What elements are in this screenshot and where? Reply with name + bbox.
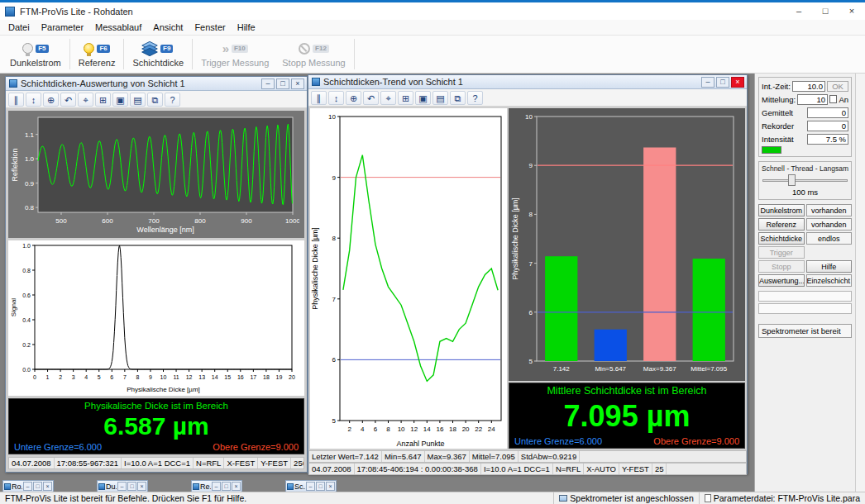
restore-button[interactable]: – xyxy=(23,482,32,491)
window-icon xyxy=(312,78,320,86)
slider-thumb[interactable] xyxy=(788,174,796,186)
status-date: 04.07.2008 xyxy=(9,458,55,468)
zoom-icon[interactable]: ⊕ xyxy=(43,93,59,107)
undo-icon[interactable]: ↶ xyxy=(60,93,76,107)
child-titlebar[interactable]: Schichtdicken-Auswertung von Schicht 1 –… xyxy=(6,77,307,91)
copy-icon[interactable]: ⧉ xyxy=(450,91,466,105)
menu-messablauf[interactable]: Messablauf xyxy=(89,20,147,35)
center-icon[interactable]: ⌖ xyxy=(380,91,396,105)
menu-datei[interactable]: Datei xyxy=(2,20,36,35)
gemittelt-label: Gemittelt xyxy=(762,108,805,117)
scale-icon[interactable]: ↕ xyxy=(26,93,41,107)
scale-icon[interactable]: ↕ xyxy=(328,91,344,105)
svg-text:18: 18 xyxy=(449,426,456,433)
auswertung-button[interactable]: Auswertung... xyxy=(758,274,805,287)
svg-text:7.142: 7.142 xyxy=(553,365,571,373)
restore-button[interactable]: – xyxy=(306,482,315,491)
save-icon[interactable]: ▣ xyxy=(415,91,431,105)
minimized-window-rohdaten[interactable]: Ro... – □ × xyxy=(2,480,54,492)
menu-hilfe[interactable]: Hilfe xyxy=(232,20,261,35)
ok-button[interactable]: OK xyxy=(827,81,848,92)
hilfe-button[interactable]: Hilfe xyxy=(806,260,853,273)
int-zeit-input[interactable]: 10.0 xyxy=(792,81,825,92)
reflection-chart[interactable]: 0.80.91.01.15006007008009001000Wellenlän… xyxy=(8,111,304,238)
zoom-icon[interactable]: ⊕ xyxy=(346,91,361,105)
spectrometer-connection-text: Spektrometer ist angeschlossen xyxy=(570,493,693,503)
referenz-panel-button[interactable]: Referenz xyxy=(758,218,805,231)
menu-ansicht[interactable]: Ansicht xyxy=(147,20,189,35)
close-button[interactable]: × xyxy=(839,2,865,20)
status-x-mode: X-FEST xyxy=(224,458,258,468)
result-value: 6.587 µm xyxy=(14,413,299,440)
window-icon xyxy=(98,483,105,490)
save-icon[interactable]: ▣ xyxy=(112,93,128,107)
close-button[interactable]: × xyxy=(326,482,335,491)
trend-chart[interactable]: 567891024681012141618202224Anzahl Punkte… xyxy=(310,108,507,449)
minimize-button[interactable]: – xyxy=(786,2,812,20)
restore-button[interactable]: – xyxy=(117,482,127,491)
restore-button[interactable]: □ xyxy=(276,78,289,89)
slider-track[interactable] xyxy=(762,179,848,182)
menu-fenster[interactable]: Fenster xyxy=(189,20,231,35)
copy-icon[interactable]: ⧉ xyxy=(147,93,163,107)
pause-icon[interactable]: ∥ xyxy=(8,93,24,107)
trigger-status-placeholder xyxy=(806,246,853,259)
schichtdicke-panel-button[interactable]: Schichtdicke xyxy=(758,232,805,245)
window-options-icon[interactable]: ⊞ xyxy=(398,91,413,105)
close-button[interactable]: × xyxy=(137,482,146,491)
minimized-window-dunkelstrom[interactable]: Du... – □ × xyxy=(97,480,148,492)
bar-chart[interactable]: 5678910Physikalische Dicke [µm]7.142Min=… xyxy=(509,108,745,381)
minimized-window-schichtdicke[interactable]: Sc... – □ × xyxy=(285,480,337,492)
svg-text:Mittel=7.095: Mittel=7.095 xyxy=(691,365,727,373)
dunkelstrom-panel-button[interactable]: Dunkelstrom xyxy=(758,204,805,216)
svg-text:20: 20 xyxy=(462,426,470,433)
schichtdicke-button[interactable]: F9 Schichtdicke xyxy=(126,36,190,73)
minimized-window-referenz[interactable]: Re... – □ × xyxy=(191,480,242,492)
menu-parameter[interactable]: Parameter xyxy=(36,20,89,35)
close-button[interactable]: × xyxy=(43,482,52,491)
pause-icon[interactable]: ∥ xyxy=(311,91,327,105)
close-button[interactable]: × xyxy=(731,77,744,88)
referenz-status: vorhanden xyxy=(806,218,853,231)
svg-text:18: 18 xyxy=(263,374,270,380)
svg-text:8: 8 xyxy=(332,235,337,242)
an-checkbox[interactable] xyxy=(829,95,837,103)
schichtdicke-status: endlos xyxy=(806,232,853,245)
vertical-scrollbar[interactable] xyxy=(855,74,865,492)
undo-icon[interactable]: ↶ xyxy=(363,91,379,105)
print-icon[interactable]: ▤ xyxy=(130,93,146,107)
stat-stddev: StdAbw=0.9219 xyxy=(519,451,580,462)
mittelung-input[interactable]: 10 xyxy=(797,94,828,105)
speed-fast-label: Schnell xyxy=(762,164,785,173)
dunkelstrom-status: vorhanden xyxy=(806,204,853,216)
svg-text:16: 16 xyxy=(237,374,244,380)
center-icon[interactable]: ⌖ xyxy=(78,93,93,107)
maximize-button[interactable]: □ xyxy=(33,482,42,491)
minimize-button[interactable]: – xyxy=(261,78,275,89)
help-icon[interactable]: ? xyxy=(467,91,483,105)
titlebar[interactable]: FTM-ProVis Lite - Rohdaten – □ × xyxy=(0,2,865,20)
close-button[interactable]: × xyxy=(291,78,304,89)
window-options-icon[interactable]: ⊞ xyxy=(95,93,111,107)
maximize-button[interactable]: □ xyxy=(812,2,839,20)
maximize-button[interactable]: □ xyxy=(316,482,325,491)
minimize-button[interactable]: – xyxy=(701,77,714,88)
maximize-button[interactable]: □ xyxy=(127,482,136,491)
print-icon[interactable]: ▤ xyxy=(432,91,448,105)
dunkelstrom-button[interactable]: F5 Dunkelstrom xyxy=(3,36,68,73)
child-titlebar[interactable]: Schichtdicken-Trend von Schicht 1 – □ × xyxy=(308,75,747,89)
help-icon[interactable]: ? xyxy=(165,93,180,107)
close-button[interactable]: × xyxy=(232,482,241,491)
restore-button[interactable]: □ xyxy=(716,77,729,88)
signal-chart[interactable]: 0.00.20.40.60.81.00123456789101112131415… xyxy=(8,240,304,396)
measurement-buttons-group: Dunkelstrom vorhanden Referenz vorhanden… xyxy=(758,204,852,287)
restore-button[interactable]: – xyxy=(212,482,221,491)
speed-slider[interactable] xyxy=(762,174,848,186)
lower-limit-label: Untere Grenze=6.000 xyxy=(14,442,102,452)
lower-limit-label: Untere Grenze=6.000 xyxy=(514,436,602,446)
svg-text:0: 0 xyxy=(33,374,36,380)
referenz-button[interactable]: F6 Referenz xyxy=(72,36,122,73)
stopp-panel-button: Stopp xyxy=(758,260,805,273)
spectrometer-connection-cell: Spektrometer ist angeschlossen xyxy=(553,492,698,504)
maximize-button[interactable]: □ xyxy=(222,482,231,491)
